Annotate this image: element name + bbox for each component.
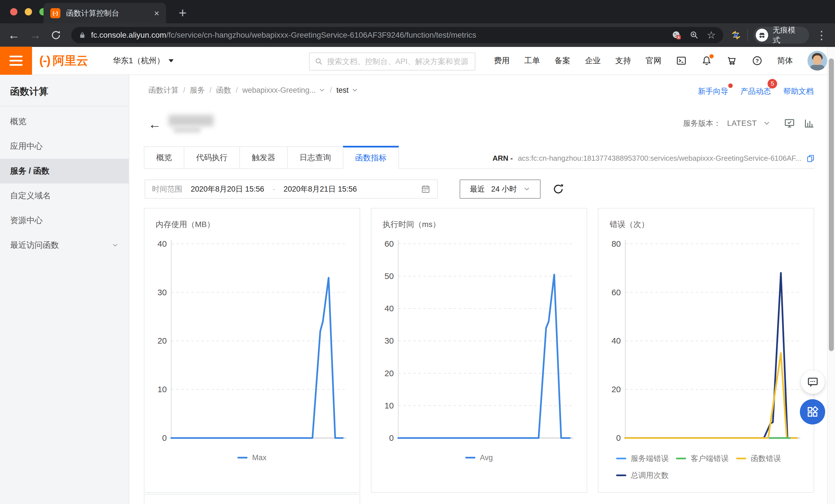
bookmark-star-icon[interactable]: ☆ xyxy=(707,30,716,40)
forward-button[interactable]: → xyxy=(29,28,41,42)
topnav-item-1[interactable]: 工单 xyxy=(524,55,540,66)
topnav-item-0[interactable]: 费用 xyxy=(494,55,510,66)
breadcrumb: 函数计算 / 服务 / 函数 / webapixxx-Greeting... /… xyxy=(148,85,358,95)
copy-icon[interactable] xyxy=(806,154,815,163)
series-Avg xyxy=(398,275,570,438)
browser-menu-icon[interactable]: ⋮ xyxy=(816,29,827,42)
tab-favicon-icon: (-) xyxy=(50,8,60,18)
chevron-down-icon xyxy=(112,242,119,249)
language-selector[interactable]: 简体 xyxy=(777,55,793,66)
sidebar-item-label: 最近访问函数 xyxy=(10,240,59,251)
legend-label: 服务端错误 xyxy=(631,453,669,464)
quick-range-select[interactable]: 最近 24 小时 xyxy=(460,180,541,199)
window-controls xyxy=(10,8,47,16)
calendar-icon[interactable] xyxy=(421,184,430,194)
back-arrow-icon[interactable]: ← xyxy=(148,118,161,130)
legend-label: Avg xyxy=(480,453,493,462)
cart-icon[interactable] xyxy=(727,55,737,66)
breadcrumb-item-4[interactable]: test xyxy=(336,86,358,95)
aliyun-logo[interactable]: (-) 阿里云 xyxy=(39,53,88,68)
sidebar-item-label: 应用中心 xyxy=(10,141,43,152)
svg-text:60: 60 xyxy=(384,239,394,248)
browser-titlebar: (-) 函数计算控制台 × + xyxy=(0,0,835,23)
quick-range-prefix: 最近 xyxy=(470,184,485,194)
cloudshell-icon[interactable] xyxy=(676,55,687,66)
refresh-button[interactable] xyxy=(552,183,564,195)
legend-item-2[interactable]: 函数错误 xyxy=(736,453,796,464)
legend-item-0[interactable]: Max xyxy=(238,453,266,462)
quick-apps-button[interactable] xyxy=(800,399,825,424)
browser-tab[interactable]: (-) 函数计算控制台 × xyxy=(44,3,166,23)
reload-button[interactable] xyxy=(50,30,61,40)
topnav-item-4[interactable]: 支持 xyxy=(615,55,631,66)
tab-2[interactable]: 触发器 xyxy=(239,146,287,169)
help-icon[interactable]: ? xyxy=(752,55,762,66)
header-link-1[interactable]: 产品动态5 xyxy=(740,86,771,96)
extension-icon[interactable]: R xyxy=(731,29,742,41)
user-avatar[interactable] xyxy=(808,51,827,70)
global-search-input[interactable]: 搜索文档、控制台、API、解决方案和资源 xyxy=(309,53,475,70)
legend-item-1[interactable]: 客户端错误 xyxy=(676,453,736,464)
sidebar-item-2[interactable]: 服务 / 函数 xyxy=(0,159,129,183)
new-tab-button[interactable]: + xyxy=(179,5,187,21)
sidebar-title: 函数计算 xyxy=(0,75,129,106)
tab-4[interactable]: 函数指标 xyxy=(343,146,399,169)
tab-close-icon[interactable]: × xyxy=(154,9,159,18)
toolbar-divider xyxy=(747,29,748,41)
legend-swatch xyxy=(676,458,686,459)
sidebar: 函数计算 概览 应用中心 服务 / 函数 自定义域名 资源中心 最近访问函数 xyxy=(0,75,129,504)
header-link-0[interactable]: 新手向导 xyxy=(698,86,728,96)
svg-text:20: 20 xyxy=(157,336,167,345)
sidebar-item-3[interactable]: 自定义域名 xyxy=(0,183,129,208)
feedback-chat-button[interactable] xyxy=(801,370,824,394)
sidebar-item-5[interactable]: 最近访问函数 xyxy=(0,233,129,258)
metric-card-0: 内存使用（MB） 010203040 Max xyxy=(144,208,360,493)
breadcrumb-item-1[interactable]: 服务 xyxy=(190,85,205,95)
tab-1[interactable]: 代码执行 xyxy=(184,146,239,169)
incognito-label: 无痕模式 xyxy=(773,25,802,45)
svg-text:40: 40 xyxy=(157,239,167,248)
time-range-picker[interactable]: 时间范围 2020年8月20日 15:56 - 2020年8月21日 15:56 xyxy=(145,180,438,199)
svg-text:R: R xyxy=(734,32,738,39)
sidebar-item-4[interactable]: 资源中心 xyxy=(0,208,129,233)
monitor-check-icon[interactable] xyxy=(784,118,795,129)
legend-item-0[interactable]: 服务端错误 xyxy=(616,453,676,464)
zoom-icon[interactable] xyxy=(690,31,699,40)
legend-item-0[interactable]: Avg xyxy=(465,453,493,462)
region-selector[interactable]: 华东1（杭州） xyxy=(113,55,174,66)
browser-toolbar: ← → fc.console.aliyun.com/fc/service/cn-… xyxy=(0,23,835,47)
svg-text:20: 20 xyxy=(611,385,620,394)
scrollbar-thumb[interactable] xyxy=(829,58,834,351)
metrics-bar-chart-icon[interactable] xyxy=(803,118,815,129)
tab-0[interactable]: 概览 xyxy=(144,146,184,169)
time-end-value: 2020年8月21日 15:56 xyxy=(284,184,357,194)
chevron-down-icon xyxy=(319,87,325,94)
count-badge: 5 xyxy=(768,79,777,88)
arn-label: ARN - xyxy=(492,154,513,163)
hamburger-menu-button[interactable] xyxy=(0,47,32,75)
breadcrumb-item-2[interactable]: 函数 xyxy=(216,85,231,95)
chevron-down-icon[interactable] xyxy=(763,120,770,127)
sidebar-item-1[interactable]: 应用中心 xyxy=(0,134,129,159)
back-button[interactable]: ← xyxy=(8,28,20,42)
legend-item-3[interactable]: 总调用次数 xyxy=(616,470,676,480)
svg-text:40: 40 xyxy=(611,336,620,345)
cookie-blocked-icon[interactable]: x xyxy=(671,30,681,40)
tab-3[interactable]: 日志查询 xyxy=(287,146,343,169)
topnav-item-3[interactable]: 企业 xyxy=(585,55,601,66)
url-bar[interactable]: fc.console.aliyun.com/fc/service/cn-hang… xyxy=(72,27,723,43)
minimize-window-button[interactable] xyxy=(25,8,32,16)
page-scrollbar[interactable] xyxy=(827,47,835,504)
breadcrumb-item-3[interactable]: webapixxx-Greeting... xyxy=(242,86,325,95)
header-link-2[interactable]: 帮助文档 xyxy=(783,86,814,96)
sidebar-item-label: 自定义域名 xyxy=(10,190,51,201)
topnav-item-5[interactable]: 官网 xyxy=(646,55,661,66)
sidebar-item-0[interactable]: 概览 xyxy=(0,109,129,134)
notifications-bell-icon[interactable] xyxy=(701,55,712,66)
lock-icon xyxy=(79,32,86,39)
service-version-value[interactable]: LATEST xyxy=(727,119,757,128)
chevron-down-icon xyxy=(523,185,530,193)
breadcrumb-item-0[interactable]: 函数计算 xyxy=(148,85,179,95)
topnav-item-2[interactable]: 备案 xyxy=(555,55,570,66)
close-window-button[interactable] xyxy=(10,8,17,16)
